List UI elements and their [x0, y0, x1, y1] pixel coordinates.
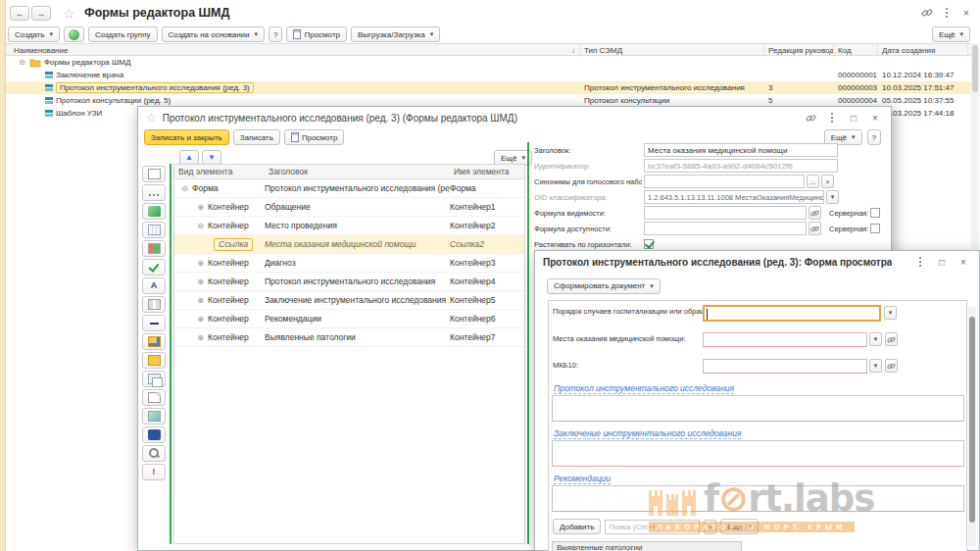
visibility-server-checkbox[interactable] [870, 208, 880, 218]
preview-button[interactable]: Просмотр [284, 129, 345, 145]
hospitalization-order-input[interactable] [703, 305, 881, 322]
palette-columns-button[interactable] [142, 296, 166, 313]
palette-document-button[interactable] [142, 389, 166, 406]
table-row[interactable]: ⊖ Формы редактора ШМД [6, 56, 974, 69]
mkb10-open-button[interactable] [885, 359, 898, 373]
palette-container-button[interactable] [142, 352, 166, 369]
care-place-input[interactable] [703, 332, 867, 347]
expand-icon[interactable]: ⊕ [196, 333, 205, 342]
link-icon[interactable] [919, 6, 935, 20]
tree-row[interactable]: ⊕Контейнер Диагноз Контейнер3 [174, 254, 524, 273]
view-scrollbar[interactable] [968, 307, 976, 546]
palette-image-preview-button[interactable] [142, 408, 166, 425]
menu-dots-icon[interactable] [939, 6, 955, 20]
tree-row[interactable]: ⊕Контейнер Протокол инструментального ис… [174, 273, 524, 291]
palette-picture-button[interactable] [142, 240, 166, 257]
palette-search-button[interactable] [142, 445, 166, 462]
tree-column-name[interactable]: Имя элемента [450, 167, 524, 176]
palette-ellipsis-button[interactable] [142, 184, 166, 201]
tree-row[interactable]: ⊕Контейнер Обращение Контейнер1 [174, 198, 524, 217]
synonyms-input[interactable] [644, 175, 805, 188]
mkb10-input[interactable] [703, 359, 867, 374]
access-formula-edit-button[interactable] [808, 222, 821, 235]
expand-icon[interactable]: ⊕ [196, 203, 205, 212]
palette-important-button[interactable]: ! [142, 464, 166, 480]
hospitalization-order-dropdown[interactable]: ▾ [884, 306, 897, 320]
main-scrollbar[interactable] [971, 43, 979, 249]
favorite-star-icon[interactable]: ☆ [146, 111, 157, 125]
expand-icon[interactable]: ⊕ [196, 296, 205, 305]
palette-checkbox-button[interactable] [142, 259, 166, 276]
palette-input-field-button[interactable] [142, 166, 166, 182]
recommendations-textarea[interactable] [552, 485, 964, 512]
create-based-button[interactable]: Создать на основании [162, 26, 266, 42]
conclusion-textarea[interactable] [552, 440, 964, 467]
collapse-icon[interactable]: ⊖ [196, 222, 205, 230]
view-button[interactable]: Просмотр [286, 26, 347, 42]
visibility-formula-input[interactable] [644, 206, 807, 220]
move-up-button[interactable]: ▲ [179, 150, 199, 165]
upload-button[interactable]: Выгрузка/Загрузка [351, 26, 440, 42]
tree-column-kind[interactable]: Вид элемента [174, 167, 265, 176]
access-server-checkbox[interactable] [870, 224, 880, 233]
search-clear-button[interactable]: × [704, 520, 716, 534]
generate-document-button[interactable]: Сформировать документ [547, 278, 661, 294]
expand-icon[interactable]: ⊕ [196, 259, 205, 268]
access-formula-input[interactable] [644, 222, 807, 235]
close-icon[interactable]: × [956, 255, 971, 269]
synonyms-clear-button[interactable]: × [821, 175, 834, 188]
oid-dropdown-button[interactable]: ▾ [826, 190, 839, 204]
nav-back-button[interactable]: ← [10, 6, 29, 21]
protocol-textarea[interactable] [552, 395, 964, 422]
pathologies-list-header[interactable]: Выявленные патологии [552, 541, 742, 551]
create-group-button[interactable]: Создать группу [88, 26, 158, 42]
palette-copy-button[interactable] [142, 371, 166, 387]
close-icon[interactable]: × [867, 111, 883, 125]
link-icon[interactable] [803, 111, 818, 125]
synonyms-pick-button[interactable]: ... [807, 175, 819, 188]
care-place-dropdown[interactable]: ▾ [869, 332, 882, 346]
oid-input[interactable]: 1.2.643.5.1.13.13.11.1008 МестаОказанияМ… [644, 190, 824, 204]
pathology-more-button[interactable]: Ещё [720, 519, 759, 534]
tree-row[interactable]: ⊖Контейнер Место проведения Контейнер2 [174, 217, 524, 235]
add-pathology-button[interactable]: Добавить [553, 519, 601, 534]
pathology-search-input[interactable] [605, 520, 700, 534]
visibility-formula-edit-button[interactable] [808, 206, 821, 220]
expand-icon[interactable]: ⊕ [196, 277, 205, 286]
tree-row[interactable]: ⊕Контейнер Рекомендации Контейнер6 [174, 310, 524, 328]
palette-word-template-button[interactable] [142, 426, 166, 443]
palette-splitter[interactable] [170, 164, 172, 544]
panel-splitter[interactable] [527, 142, 529, 544]
tree-row[interactable]: ⊕Контейнер Заключение инструментального … [174, 291, 524, 310]
menu-dots-icon[interactable] [912, 255, 928, 269]
tree-column-caption[interactable]: Заголовок [265, 167, 450, 176]
create-button[interactable]: Создать [8, 26, 60, 42]
close-icon[interactable]: × [958, 6, 974, 20]
palette-reference-button[interactable] [142, 203, 166, 220]
save-close-button[interactable]: Записать и закрыть [144, 129, 229, 145]
tree-row[interactable]: ⊖Форма Протокол инструментального исслед… [174, 179, 524, 198]
table-row-selected[interactable]: Протокол инструментального исследования … [6, 81, 974, 94]
tree-row[interactable]: ⊕Контейнер Выявленные патологии Контейне… [174, 328, 524, 347]
palette-table-button[interactable] [142, 222, 166, 238]
help-button[interactable]: ? [269, 26, 282, 42]
menu-dots-icon[interactable] [824, 111, 840, 125]
conclusion-link[interactable]: Заключение инструментального исследовани… [554, 428, 741, 439]
stretch-checkbox[interactable] [644, 239, 654, 249]
table-row[interactable]: Заключение врача 000000001 10.12.2024 16… [6, 69, 974, 81]
palette-separator-button[interactable] [142, 315, 166, 331]
maximize-icon[interactable]: □ [846, 111, 861, 125]
palette-text-button[interactable]: А [142, 277, 166, 294]
recommendations-link[interactable]: Рекомендации [554, 474, 611, 484]
care-place-open-button[interactable] [885, 332, 898, 346]
move-down-button[interactable]: ▼ [202, 150, 221, 165]
save-button[interactable]: Записать [233, 129, 280, 145]
collapse-icon[interactable]: ⊖ [18, 58, 26, 67]
protocol-link[interactable]: Протокол инструментального исследования [554, 383, 734, 394]
favorite-star-icon[interactable]: ☆ [63, 6, 75, 22]
palette-group-button[interactable] [142, 333, 166, 350]
expand-icon[interactable]: ⊕ [196, 315, 205, 324]
mkb10-dropdown[interactable]: ▾ [869, 359, 882, 373]
collapse-icon[interactable]: ⊖ [180, 184, 189, 193]
main-more-button[interactable]: Ещё [932, 26, 970, 42]
